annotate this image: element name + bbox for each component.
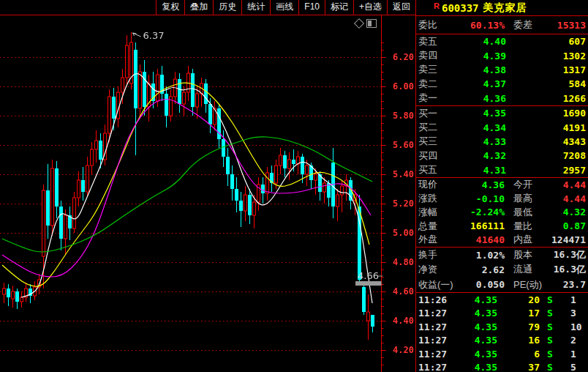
ask-label: 卖五 [418, 35, 458, 48]
tick-order-count: 2 [560, 335, 586, 346]
tick-volume: 37 [497, 362, 540, 372]
ask-volume: 1302 [506, 51, 586, 62]
tick-price: 4.35 [453, 362, 497, 372]
stat-label: 换手 [418, 248, 458, 261]
chart-pane-controls [355, 18, 380, 29]
ask-row[interactable]: 卖四4.391302 [416, 48, 588, 62]
ask-label: 卖三 [418, 63, 458, 76]
bid-row[interactable]: 买三4.334343 [416, 135, 588, 149]
tick-price: 4.35 [453, 321, 497, 332]
stat-value-float: 16.3亿 [550, 263, 586, 276]
tick-volume: 16 [497, 335, 540, 346]
stat-label: PE(动) [505, 278, 550, 291]
ask-row[interactable]: 卖一4.361266 [416, 92, 588, 105]
stat-value-high: 4.44 [550, 193, 586, 204]
stat-label: 最低 [505, 206, 550, 219]
stat-label: 现价 [418, 178, 458, 191]
weibi-row: 委比 60.13% 委差 15313 [416, 16, 588, 34]
ask-volume: 1266 [506, 93, 586, 104]
stat-label: 今开 [505, 178, 550, 191]
bid-price[interactable]: 4.35 [458, 108, 506, 119]
bid-volume: 1690 [506, 108, 586, 119]
bid-volume: 4343 [506, 136, 586, 147]
tick-price: 4.35 [453, 349, 497, 360]
toolbar-button-fuquan[interactable]: 复权 [156, 0, 184, 15]
toolbar-button-zixuan[interactable]: +自选 [353, 0, 387, 15]
stat-label: 收益(一) [418, 278, 458, 291]
margin-flag: R [434, 1, 440, 10]
price-stats-section: 现价 4.36 今开 4.44 涨跌 -0.10 最高 4.44 涨幅 -2.2… [416, 178, 588, 248]
tick-order-count: 3 [560, 308, 586, 319]
ask-volume: 584 [506, 78, 586, 89]
bid-price[interactable]: 4.33 [458, 136, 506, 147]
ask-row[interactable]: 卖五4.40607 [416, 34, 588, 48]
bid-label: 买三 [418, 135, 458, 148]
stats-row: 涨跌 -0.10 最高 4.44 [416, 192, 588, 206]
stat-label: 流通 [505, 263, 550, 276]
tick-row: 11:274.3537S5 [416, 360, 588, 372]
toolbar-button-tongji[interactable]: 统计 [241, 0, 270, 15]
stat-value-last-price: 4.36 [458, 179, 505, 190]
stat-label: 涨幅 [418, 206, 458, 219]
ask-price[interactable]: 4.40 [458, 36, 506, 47]
bid-row[interactable]: 买四4.327208 [416, 149, 588, 163]
tick-row: 11:274.3579S10 [416, 320, 588, 334]
ask-row[interactable]: 卖二4.37584 [416, 77, 588, 91]
toolbar-button-f10[interactable]: F10 [298, 0, 325, 15]
tick-time: 11:27 [418, 362, 453, 372]
tick-side: S [540, 308, 560, 319]
toolbar-button-fanhui[interactable]: 返回 [387, 0, 415, 15]
tick-row: 11:264.3520S1 [416, 293, 588, 307]
diamond-icon[interactable] [354, 18, 364, 29]
kline-chart-canvas[interactable] [0, 0, 415, 372]
stat-value-eps: 0.050 [458, 279, 505, 290]
toolbar-button-diejia[interactable]: 叠加 [184, 0, 213, 15]
bid-price[interactable]: 4.34 [458, 122, 506, 133]
stats-row: 收益(一) 0.050 PE(动) 23.7 [416, 277, 588, 291]
weibi-section: 委比 60.13% 委差 15313 [416, 16, 588, 34]
stat-label: 量比 [505, 220, 550, 233]
weibi-value: 60.13% [458, 20, 505, 31]
ask-price[interactable]: 4.39 [458, 51, 506, 62]
stock-code: 600337 [442, 2, 479, 14]
quote-panel: R 600337 美克家居 委比 60.13% 委差 15313 卖五4.406… [415, 0, 588, 372]
tick-trade-list: 11:264.3520S111:274.3517S311:274.3579S10… [416, 293, 588, 372]
bid-price[interactable]: 4.31 [458, 165, 506, 176]
stat-value-volume: 166111 [458, 220, 505, 231]
bid-row[interactable]: 买一4.351690 [416, 106, 588, 120]
tick-row: 11:274.356S1 [416, 347, 588, 361]
toolbar-button-huaxian[interactable]: 画线 [270, 0, 298, 15]
bid-label: 买五 [418, 163, 458, 176]
tick-time: 11:27 [418, 321, 453, 332]
bid-price[interactable]: 4.32 [458, 150, 506, 161]
tick-row: 11:274.3517S3 [416, 306, 588, 320]
split-pane-icon[interactable] [366, 19, 377, 28]
toolbar-button-biaoji[interactable]: 标记 [325, 0, 353, 15]
tick-time: 11:27 [418, 349, 453, 360]
ask-row[interactable]: 卖三4.381317 [416, 63, 588, 77]
ask-volume: 1317 [506, 64, 586, 75]
stat-value-open: 4.44 [550, 179, 586, 190]
tick-side: S [540, 362, 560, 372]
stat-label: 外盘 [418, 233, 458, 246]
ask-label: 卖四 [418, 49, 458, 62]
ask-price[interactable]: 4.36 [458, 93, 506, 104]
bid-row[interactable]: 买五4.312957 [416, 163, 588, 177]
bid-row[interactable]: 买二4.344191 [416, 120, 588, 134]
fundamental-stats-section: 换手 1.02% 股本 16.3亿 净资 2.62 流通 16.3亿 收益(一)… [416, 248, 588, 293]
tick-time: 11:27 [418, 335, 453, 346]
ask-price[interactable]: 4.38 [458, 64, 506, 75]
tick-volume: 17 [497, 308, 540, 319]
tick-order-count: 1 [560, 294, 586, 305]
tick-order-count: 1 [560, 349, 586, 360]
tick-time: 11:26 [418, 294, 453, 305]
ask-price[interactable]: 4.37 [458, 78, 506, 89]
bid-queue: 买一4.351690买二4.344191买三4.334343买四4.327208… [416, 106, 588, 178]
stat-value-vol-ratio: 0.87 [550, 220, 586, 231]
stat-label: 最高 [505, 192, 550, 205]
tick-side: S [540, 321, 560, 332]
stat-value-shares: 16.3亿 [550, 248, 586, 261]
toolbar-button-lishi[interactable]: 历史 [213, 0, 241, 15]
stat-label: 净资 [418, 263, 458, 276]
tick-side: S [540, 294, 560, 305]
